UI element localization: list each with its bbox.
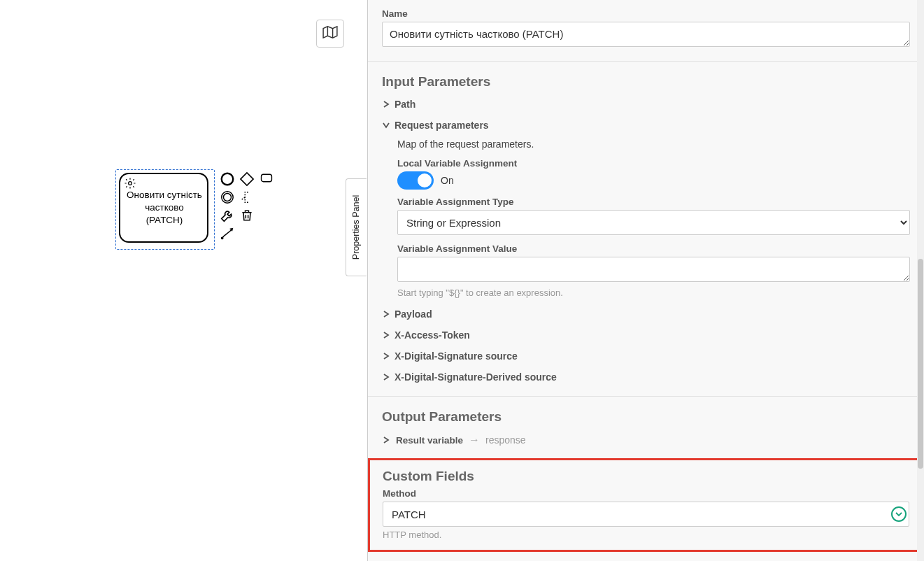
var-value-label: Variable Assignment Value — [397, 243, 910, 254]
payload-toggle[interactable]: Payload — [382, 304, 910, 325]
var-type-label: Variable Assignment Type — [397, 197, 910, 207]
xdigsig-label: X-Digital-Signature source — [395, 350, 518, 362]
local-var-state: On — [441, 175, 454, 186]
local-var-label: Local Variable Assignment — [397, 158, 910, 169]
context-pad — [220, 171, 274, 241]
var-type-select[interactable]: String or Expression — [397, 210, 910, 235]
svg-point-1 — [222, 173, 234, 185]
method-label: Method — [383, 488, 909, 499]
svg-point-6 — [222, 237, 223, 239]
properties-panel-tab-label: Properties Panel — [352, 195, 362, 260]
output-parameters-title: Output Parameters — [382, 409, 910, 425]
chevron-right-icon — [382, 352, 390, 360]
scrollbar-thumb[interactable] — [918, 259, 923, 469]
local-var-toggle[interactable] — [397, 171, 434, 190]
gateway-icon[interactable] — [239, 171, 255, 187]
custom-fields-title: Custom Fields — [383, 469, 909, 484]
bpmn-service-task[interactable]: Оновити сутність частково (PATCH) — [119, 173, 208, 243]
chevron-right-icon[interactable] — [382, 436, 390, 444]
svg-point-5 — [224, 194, 232, 201]
xdigsigd-label: X-Digital-Signature-Derived source — [395, 371, 557, 383]
connect-icon[interactable] — [220, 226, 235, 241]
annotation-icon[interactable] — [239, 190, 255, 205]
svg-point-0 — [129, 182, 132, 185]
path-toggle[interactable]: Path — [382, 94, 910, 115]
canvas-area[interactable]: Оновити сутність частково (PATCH) — [0, 0, 367, 561]
result-var-value: response — [485, 434, 526, 446]
xdigsig-toggle[interactable]: X-Digital-Signature source — [382, 346, 910, 367]
svg-rect-2 — [241, 173, 253, 185]
input-parameters-title: Input Parameters — [382, 74, 910, 90]
name-input[interactable] — [382, 22, 910, 47]
path-label: Path — [395, 99, 415, 110]
scrollbar-vertical[interactable] — [917, 0, 924, 561]
trash-icon[interactable] — [239, 208, 255, 223]
chevron-right-icon — [382, 373, 390, 381]
method-hint: HTTP method. — [383, 530, 909, 540]
svg-rect-3 — [262, 174, 272, 182]
chevron-right-icon — [382, 310, 390, 318]
minimap-button[interactable] — [316, 20, 344, 48]
map-icon — [322, 26, 338, 41]
chevron-down-icon — [382, 121, 390, 129]
xdigsigd-toggle[interactable]: X-Digital-Signature-Derived source — [382, 367, 910, 388]
method-select[interactable]: PATCH — [383, 502, 909, 527]
bpmn-node-selection[interactable]: Оновити сутність частково (PATCH) — [115, 169, 215, 250]
xaccess-label: X-Access-Token — [395, 329, 470, 341]
name-label: Name — [382, 8, 910, 19]
var-value-input[interactable] — [397, 257, 910, 282]
request-params-label: Request parameters — [395, 120, 489, 131]
arrow-right-icon: → — [469, 434, 480, 446]
task-icon[interactable] — [259, 171, 274, 187]
request-params-toggle[interactable]: Request parameters — [382, 115, 910, 136]
chevron-right-icon — [382, 331, 390, 339]
custom-fields-highlight: Custom Fields Method PATCH HTTP method. — [368, 458, 924, 552]
properties-panel-tab[interactable]: Properties Panel — [346, 178, 367, 276]
wrench-icon[interactable] — [220, 208, 235, 223]
end-event-icon[interactable] — [220, 171, 235, 187]
bpmn-node-label: Оновити сутність частково (PATCH) — [126, 189, 203, 227]
result-var-label[interactable]: Result variable — [396, 435, 463, 446]
chevron-right-icon — [382, 100, 390, 108]
payload-label: Payload — [395, 308, 432, 320]
request-params-desc: Map of the request parameters. — [397, 139, 910, 150]
intermediate-event-icon[interactable] — [220, 190, 235, 205]
properties-panel: Name Input Parameters Path Request param… — [367, 0, 924, 561]
xaccess-toggle[interactable]: X-Access-Token — [382, 325, 910, 346]
toggle-knob — [418, 173, 432, 187]
gear-icon — [124, 177, 136, 190]
var-value-hint: Start typing "${}" to create an expressi… — [397, 287, 910, 298]
